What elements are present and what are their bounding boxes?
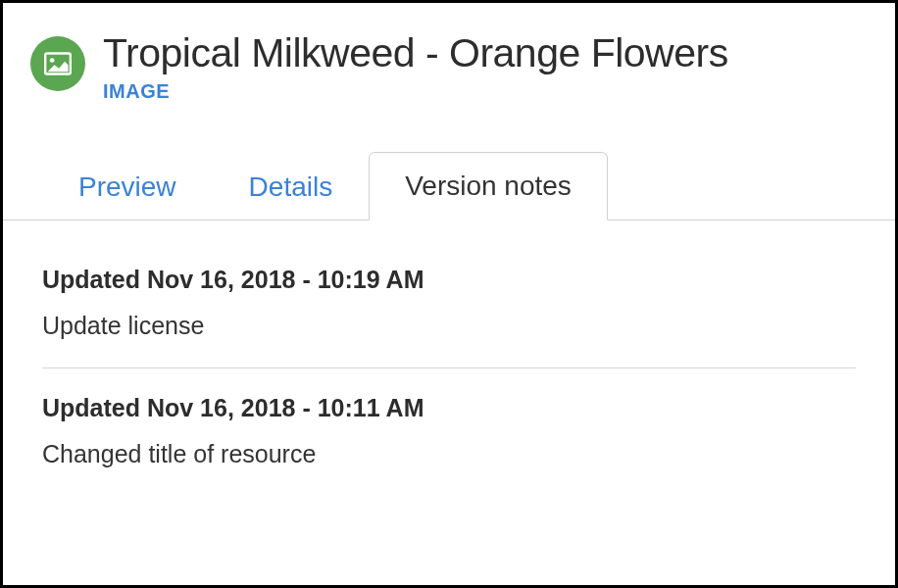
tab-details[interactable]: Details (213, 153, 370, 220)
tab-preview[interactable]: Preview (42, 153, 213, 220)
header: Tropical Milkweed - Orange Flowers IMAGE (3, 3, 895, 113)
page-title: Tropical Milkweed - Orange Flowers (103, 30, 728, 76)
version-note-entry: Updated Nov 16, 2018 - 10:11 AM Changed … (42, 368, 856, 496)
tabs: Preview Details Version notes (3, 113, 895, 220)
tab-version-notes[interactable]: Version notes (369, 152, 608, 220)
version-notes-panel: Updated Nov 16, 2018 - 10:19 AM Update l… (3, 220, 895, 496)
version-note-entry: Updated Nov 16, 2018 - 10:19 AM Update l… (42, 240, 856, 368)
note-timestamp: Updated Nov 16, 2018 - 10:11 AM (42, 394, 856, 422)
note-timestamp: Updated Nov 16, 2018 - 10:19 AM (42, 266, 856, 294)
image-type-icon (30, 36, 85, 91)
resource-type-label: IMAGE (103, 80, 728, 103)
title-block: Tropical Milkweed - Orange Flowers IMAGE (103, 30, 728, 103)
note-body: Changed title of resource (42, 440, 856, 468)
svg-point-1 (50, 58, 55, 63)
image-icon (44, 52, 72, 75)
note-body: Update license (42, 312, 856, 340)
